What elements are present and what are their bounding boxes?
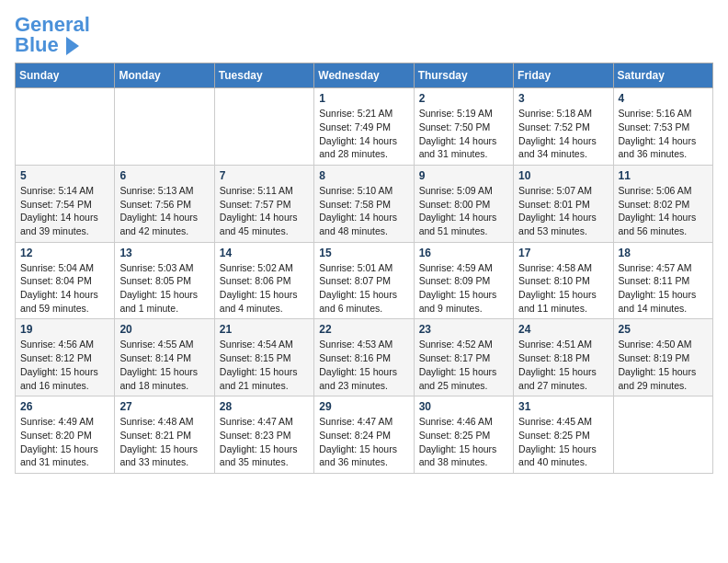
calendar-week-5: 26Sunrise: 4:49 AM Sunset: 8:20 PM Dayli… (16, 396, 713, 474)
day-number: 2 (419, 92, 508, 105)
calendar-cell (115, 88, 214, 166)
day-info: Sunrise: 4:47 AM Sunset: 8:23 PM Dayligh… (220, 415, 309, 469)
weekday-header-sunday: Sunday (16, 63, 115, 88)
weekday-header-tuesday: Tuesday (214, 63, 313, 88)
calendar-cell: 10Sunrise: 5:07 AM Sunset: 8:01 PM Dayli… (514, 165, 613, 242)
day-info: Sunrise: 4:45 AM Sunset: 8:25 PM Dayligh… (518, 415, 608, 469)
calendar-cell: 31Sunrise: 4:45 AM Sunset: 8:25 PM Dayli… (514, 396, 613, 474)
day-number: 19 (20, 323, 109, 336)
day-info: Sunrise: 4:47 AM Sunset: 8:24 PM Dayligh… (319, 415, 408, 469)
day-number: 5 (20, 169, 109, 182)
calendar-week-2: 5Sunrise: 5:14 AM Sunset: 7:54 PM Daylig… (16, 165, 713, 242)
calendar-cell: 3Sunrise: 5:18 AM Sunset: 7:52 PM Daylig… (514, 88, 613, 166)
day-info: Sunrise: 4:51 AM Sunset: 8:18 PM Dayligh… (518, 338, 608, 392)
day-info: Sunrise: 4:56 AM Sunset: 8:12 PM Dayligh… (20, 338, 109, 392)
calendar-header-row: SundayMondayTuesdayWednesdayThursdayFrid… (16, 63, 713, 88)
day-info: Sunrise: 5:18 AM Sunset: 7:52 PM Dayligh… (518, 107, 608, 161)
day-info: Sunrise: 4:52 AM Sunset: 8:17 PM Dayligh… (419, 338, 508, 392)
day-number: 24 (518, 323, 608, 336)
day-info: Sunrise: 4:54 AM Sunset: 8:15 PM Dayligh… (220, 338, 309, 392)
calendar-cell: 8Sunrise: 5:10 AM Sunset: 7:58 PM Daylig… (314, 165, 414, 242)
calendar-cell: 4Sunrise: 5:16 AM Sunset: 7:53 PM Daylig… (613, 88, 712, 166)
day-info: Sunrise: 5:16 AM Sunset: 7:53 PM Dayligh… (619, 107, 708, 161)
day-number: 6 (119, 169, 209, 182)
calendar-cell: 7Sunrise: 5:11 AM Sunset: 7:57 PM Daylig… (214, 165, 313, 242)
day-info: Sunrise: 5:06 AM Sunset: 8:02 PM Dayligh… (619, 184, 708, 238)
calendar-cell: 30Sunrise: 4:46 AM Sunset: 8:25 PM Dayli… (414, 396, 513, 474)
day-info: Sunrise: 4:57 AM Sunset: 8:11 PM Dayligh… (619, 261, 708, 316)
calendar-week-4: 19Sunrise: 4:56 AM Sunset: 8:12 PM Dayli… (16, 319, 713, 396)
calendar-cell: 22Sunrise: 4:53 AM Sunset: 8:16 PM Dayli… (314, 319, 414, 396)
weekday-header-wednesday: Wednesday (314, 63, 414, 88)
day-number: 27 (119, 400, 209, 413)
day-number: 13 (119, 247, 209, 259)
day-info: Sunrise: 5:02 AM Sunset: 8:06 PM Dayligh… (220, 261, 309, 316)
day-info: Sunrise: 5:10 AM Sunset: 7:58 PM Dayligh… (319, 184, 408, 238)
calendar-cell (613, 396, 712, 474)
day-number: 10 (518, 169, 608, 182)
logo-text: General Blue (15, 15, 90, 55)
day-number: 14 (220, 247, 309, 259)
calendar-cell: 24Sunrise: 4:51 AM Sunset: 8:18 PM Dayli… (514, 319, 613, 396)
day-number: 21 (220, 323, 309, 336)
calendar-cell: 1Sunrise: 5:21 AM Sunset: 7:49 PM Daylig… (314, 88, 414, 166)
weekday-header-thursday: Thursday (414, 63, 513, 88)
calendar-cell: 11Sunrise: 5:06 AM Sunset: 8:02 PM Dayli… (613, 165, 712, 242)
calendar-cell: 23Sunrise: 4:52 AM Sunset: 8:17 PM Dayli… (414, 319, 513, 396)
day-number: 31 (518, 400, 608, 413)
day-info: Sunrise: 4:49 AM Sunset: 8:20 PM Dayligh… (20, 415, 109, 469)
day-number: 26 (20, 400, 109, 413)
day-number: 15 (319, 247, 408, 259)
day-info: Sunrise: 5:04 AM Sunset: 8:04 PM Dayligh… (20, 261, 109, 316)
day-info: Sunrise: 4:48 AM Sunset: 8:21 PM Dayligh… (119, 415, 209, 469)
calendar-cell: 12Sunrise: 5:04 AM Sunset: 8:04 PM Dayli… (16, 242, 115, 319)
calendar-week-3: 12Sunrise: 5:04 AM Sunset: 8:04 PM Dayli… (16, 242, 713, 319)
calendar-cell: 27Sunrise: 4:48 AM Sunset: 8:21 PM Dayli… (115, 396, 214, 474)
day-info: Sunrise: 4:58 AM Sunset: 8:10 PM Dayligh… (518, 261, 608, 316)
calendar-cell: 19Sunrise: 4:56 AM Sunset: 8:12 PM Dayli… (16, 319, 115, 396)
day-number: 18 (619, 247, 708, 259)
day-info: Sunrise: 4:55 AM Sunset: 8:14 PM Dayligh… (119, 338, 209, 392)
calendar-cell (16, 88, 115, 166)
day-info: Sunrise: 5:03 AM Sunset: 8:05 PM Dayligh… (119, 261, 209, 316)
calendar-cell (214, 88, 313, 166)
logo: General Blue (15, 15, 90, 55)
calendar-cell: 26Sunrise: 4:49 AM Sunset: 8:20 PM Dayli… (16, 396, 115, 474)
day-number: 22 (319, 323, 408, 336)
calendar-week-1: 1Sunrise: 5:21 AM Sunset: 7:49 PM Daylig… (16, 88, 713, 166)
day-info: Sunrise: 5:13 AM Sunset: 7:56 PM Dayligh… (119, 184, 209, 238)
day-info: Sunrise: 5:11 AM Sunset: 7:57 PM Dayligh… (220, 184, 309, 238)
day-number: 20 (119, 323, 209, 336)
calendar-cell: 13Sunrise: 5:03 AM Sunset: 8:05 PM Dayli… (115, 242, 214, 319)
calendar-cell: 14Sunrise: 5:02 AM Sunset: 8:06 PM Dayli… (214, 242, 313, 319)
calendar-cell: 9Sunrise: 5:09 AM Sunset: 8:00 PM Daylig… (414, 165, 513, 242)
weekday-header-saturday: Saturday (613, 63, 712, 88)
calendar-cell: 20Sunrise: 4:55 AM Sunset: 8:14 PM Dayli… (115, 319, 214, 396)
day-info: Sunrise: 5:14 AM Sunset: 7:54 PM Dayligh… (20, 184, 109, 238)
day-number: 12 (20, 247, 109, 259)
logo-blue: Blue (15, 33, 59, 56)
calendar-cell: 16Sunrise: 4:59 AM Sunset: 8:09 PM Dayli… (414, 242, 513, 319)
day-number: 28 (220, 400, 309, 413)
day-number: 25 (619, 323, 708, 336)
calendar-cell: 25Sunrise: 4:50 AM Sunset: 8:19 PM Dayli… (613, 319, 712, 396)
day-info: Sunrise: 4:59 AM Sunset: 8:09 PM Dayligh… (419, 261, 508, 316)
day-number: 29 (319, 400, 408, 413)
day-number: 16 (419, 247, 508, 259)
calendar-cell: 17Sunrise: 4:58 AM Sunset: 8:10 PM Dayli… (514, 242, 613, 319)
day-info: Sunrise: 5:01 AM Sunset: 8:07 PM Dayligh… (319, 261, 408, 316)
day-number: 1 (319, 92, 408, 105)
calendar-cell: 18Sunrise: 4:57 AM Sunset: 8:11 PM Dayli… (613, 242, 712, 319)
weekday-header-monday: Monday (115, 63, 214, 88)
day-info: Sunrise: 5:07 AM Sunset: 8:01 PM Dayligh… (518, 184, 608, 238)
day-number: 23 (419, 323, 508, 336)
day-number: 17 (518, 247, 608, 259)
calendar-cell: 6Sunrise: 5:13 AM Sunset: 7:56 PM Daylig… (115, 165, 214, 242)
day-number: 30 (419, 400, 508, 413)
day-info: Sunrise: 5:09 AM Sunset: 8:00 PM Dayligh… (419, 184, 508, 238)
day-number: 9 (419, 169, 508, 182)
day-info: Sunrise: 5:19 AM Sunset: 7:50 PM Dayligh… (419, 107, 508, 161)
header: General Blue (15, 15, 713, 55)
calendar-cell: 5Sunrise: 5:14 AM Sunset: 7:54 PM Daylig… (16, 165, 115, 242)
day-number: 3 (518, 92, 608, 105)
